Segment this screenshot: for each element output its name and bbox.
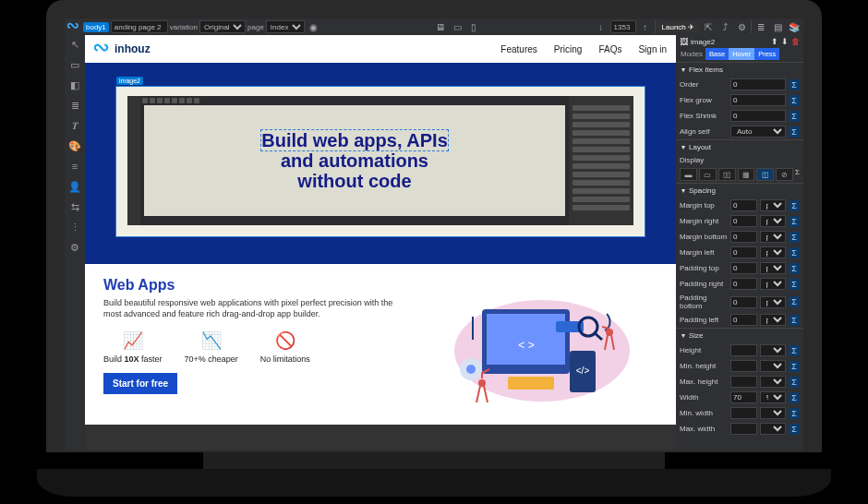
display-block-button[interactable]: ▬ xyxy=(680,168,697,181)
nav-faqs[interactable]: FAQs xyxy=(598,44,621,54)
bind-icon[interactable]: Σ xyxy=(789,279,800,290)
prop-flexshrink-input[interactable] xyxy=(730,110,786,122)
scroll-position-input[interactable] xyxy=(610,20,636,33)
prop-minw-unit[interactable] xyxy=(760,407,787,419)
hero-selected-element[interactable]: Build web apps, APIs and automations wit… xyxy=(116,87,645,236)
visibility-icon[interactable]: ◉ xyxy=(307,19,321,34)
prop-pr-input[interactable] xyxy=(730,278,757,290)
display-inline-button[interactable]: ▭ xyxy=(699,168,717,181)
bind-icon[interactable]: Σ xyxy=(795,168,800,181)
prop-pt-unit[interactable]: px xyxy=(760,262,787,274)
prop-pt-input[interactable] xyxy=(730,262,757,274)
prop-order-input[interactable] xyxy=(730,78,786,90)
body-tag[interactable]: body1 xyxy=(83,22,109,32)
layers-icon[interactable]: ≣ xyxy=(753,19,768,34)
bind-icon[interactable]: Σ xyxy=(789,361,800,372)
prop-mb-input[interactable] xyxy=(730,231,757,243)
variation-select[interactable]: Original xyxy=(199,20,246,33)
scroll-up-icon[interactable]: ↑ xyxy=(638,19,653,34)
more-tool-icon[interactable]: ⋮ xyxy=(67,220,82,234)
data-tool-icon[interactable]: ≡ xyxy=(67,159,82,174)
prop-minh-unit[interactable] xyxy=(760,360,787,372)
bind-icon[interactable]: Σ xyxy=(789,200,800,211)
settings-icon[interactable]: ⚙ xyxy=(734,19,749,34)
prop-pl-unit[interactable]: px xyxy=(760,314,787,326)
prop-h-input[interactable] xyxy=(730,344,757,356)
layers-tool-icon[interactable]: ≣ xyxy=(67,98,82,113)
prop-w-input[interactable] xyxy=(730,391,757,403)
prop-pb-input[interactable] xyxy=(730,296,757,308)
bind-icon[interactable]: Σ xyxy=(789,263,800,274)
prop-h-unit[interactable] xyxy=(760,344,787,356)
components-tool-icon[interactable]: ◧ xyxy=(67,78,82,92)
bind-icon[interactable]: Σ xyxy=(789,377,800,388)
bind-icon[interactable]: Σ xyxy=(789,126,800,138)
docs-icon[interactable]: ▤ xyxy=(770,19,785,34)
bind-icon[interactable]: Σ xyxy=(789,392,800,403)
prop-pr-unit[interactable]: px xyxy=(760,278,787,290)
library-icon[interactable]: 📚 xyxy=(787,19,802,34)
mode-base-button[interactable]: Base xyxy=(705,48,729,60)
prop-mt-unit[interactable]: px xyxy=(760,199,787,211)
user-tool-icon[interactable]: 👤 xyxy=(67,179,82,194)
bind-icon[interactable]: Σ xyxy=(789,296,800,307)
canvas-area[interactable]: inhouz Features Pricing FAQs Sign in ima… xyxy=(85,35,676,450)
prop-pl-input[interactable] xyxy=(730,314,757,326)
bind-icon[interactable]: Σ xyxy=(789,247,800,258)
prop-mb-unit[interactable]: px xyxy=(760,231,787,243)
start-free-button[interactable]: Start for free xyxy=(103,373,177,394)
prop-maxw-unit[interactable] xyxy=(760,423,787,435)
display-flex-button[interactable]: ▯▯ xyxy=(718,168,736,181)
bind-icon[interactable]: Σ xyxy=(789,408,800,419)
display-none-button[interactable]: ⊘ xyxy=(776,168,793,181)
prop-alignself-select[interactable]: Auto xyxy=(730,126,786,138)
page-name-input[interactable] xyxy=(111,20,168,33)
mode-hover-button[interactable]: Hover xyxy=(729,48,754,60)
bind-icon[interactable]: Σ xyxy=(789,315,800,326)
bind-icon[interactable]: Σ xyxy=(789,79,800,90)
delete-icon[interactable]: 🗑 xyxy=(791,37,800,46)
prop-w-unit[interactable]: % xyxy=(760,391,787,403)
desktop-icon[interactable]: 🖥 xyxy=(433,19,448,34)
tablet-icon[interactable]: ▭ xyxy=(450,19,464,34)
section-size[interactable]: ▾Size xyxy=(676,329,803,342)
prop-maxh-unit[interactable] xyxy=(760,376,787,388)
cursor-tool-icon[interactable]: ↖ xyxy=(67,37,82,52)
nav-signin[interactable]: Sign in xyxy=(638,44,667,54)
nav-pricing[interactable]: Pricing xyxy=(554,44,583,54)
mobile-icon[interactable]: ▯ xyxy=(466,19,481,34)
prop-mr-input[interactable] xyxy=(730,215,757,227)
prop-flexgrow-input[interactable] xyxy=(730,94,786,106)
prop-mt-input[interactable] xyxy=(730,199,757,211)
prop-minh-input[interactable] xyxy=(730,360,757,372)
mode-press-button[interactable]: Press xyxy=(754,48,779,60)
selected-element-label[interactable]: image2 xyxy=(116,77,143,85)
settings-tool-icon[interactable]: ⚙ xyxy=(67,240,82,255)
share-icon[interactable]: ⤴ xyxy=(717,19,732,34)
frame-tool-icon[interactable]: ▭ xyxy=(67,57,82,72)
prop-ml-input[interactable] xyxy=(730,246,757,258)
text-tool-icon[interactable]: 𝑻 xyxy=(67,118,82,133)
section-layout[interactable]: ▾Layout xyxy=(676,140,803,154)
prop-pb-unit[interactable]: px xyxy=(760,296,787,308)
page-select[interactable]: Index xyxy=(266,20,305,33)
palette-tool-icon[interactable]: 🎨 xyxy=(67,138,82,153)
nav-features[interactable]: Features xyxy=(500,44,536,54)
bind-icon[interactable]: Σ xyxy=(789,424,800,435)
section-spacing[interactable]: ▾Spacing xyxy=(676,184,803,198)
launch-button[interactable]: Launch ✈ xyxy=(657,22,699,32)
bind-icon[interactable]: Σ xyxy=(789,216,800,227)
prop-mr-unit[interactable]: px xyxy=(760,215,787,227)
download-icon[interactable]: ⬇ xyxy=(781,37,789,46)
bind-icon[interactable]: Σ xyxy=(789,111,800,122)
display-grid-button[interactable]: ▦ xyxy=(738,168,755,181)
prop-maxw-input[interactable] xyxy=(730,423,757,435)
prop-minw-input[interactable] xyxy=(730,407,757,419)
brand-logo[interactable]: inhouz xyxy=(94,41,151,57)
upload-icon[interactable]: ⬆ xyxy=(771,37,778,46)
connect-tool-icon[interactable]: ⇆ xyxy=(67,199,82,214)
scroll-down-icon[interactable]: ↓ xyxy=(594,19,609,34)
export-icon[interactable]: ⇱ xyxy=(701,19,716,34)
prop-ml-unit[interactable]: px xyxy=(760,246,787,258)
bind-icon[interactable]: Σ xyxy=(789,95,800,106)
